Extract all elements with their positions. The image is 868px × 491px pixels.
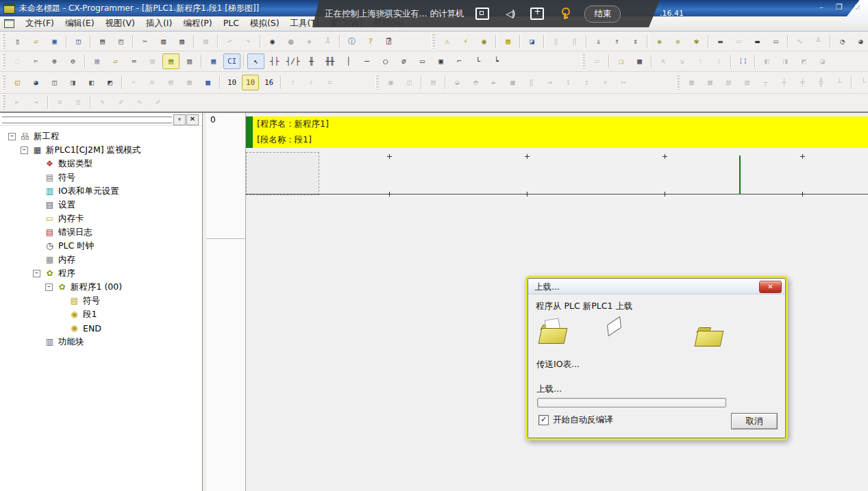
contact-no-button[interactable]: ┤├ [266, 53, 283, 69]
save-button[interactable]: ▣ [46, 34, 63, 49]
open-file-button[interactable]: ▱ [27, 34, 45, 49]
tree-expander-icon[interactable]: − [8, 133, 16, 140]
grid-button[interactable]: ▦ [88, 53, 106, 69]
monitor-sampling-button[interactable]: ❊ [669, 34, 686, 49]
auto-decompile-checkbox[interactable]: ✓ [538, 415, 549, 425]
tree-panel-dropdown-button[interactable]: ▾ [173, 114, 186, 125]
menu-program[interactable]: 编程(P) [177, 16, 217, 32]
tree-panel-close-button[interactable]: ✕ [186, 114, 199, 125]
toolbar-grip[interactable] [676, 75, 680, 90]
function-block-button[interactable]: ▭ [414, 53, 431, 69]
sim-scan-run-button[interactable]: ↦ [615, 75, 632, 90]
replace-button[interactable]: ◎ [282, 34, 299, 49]
auto-online-button[interactable]: ◪ [523, 34, 541, 49]
contact-or-no-button[interactable]: ╫ [303, 53, 320, 69]
sim-stop-button[interactable]: ■ [504, 75, 521, 90]
list-detail-view-button[interactable]: ≣ [70, 95, 87, 110]
edit-pen-3-button[interactable]: ✎ [131, 95, 148, 110]
delete-connector-button[interactable]: ┕ [488, 53, 505, 69]
tree-item-io-table[interactable]: ▥IO表和单元设置 [0, 184, 202, 198]
tree-item-end[interactable]: ◉END [0, 321, 202, 335]
coil-button[interactable]: ◯ [377, 53, 394, 69]
tree-item-data-types[interactable]: ❖数据类型 [0, 157, 202, 171]
sim-step-out-button[interactable]: ↥ [578, 75, 595, 90]
tree-item-memory[interactable]: ▦内存 [0, 253, 202, 266]
indent-decrease-button[interactable]: ⇤ [9, 95, 26, 110]
goto-next-button[interactable]: ⇧ [692, 53, 709, 69]
instruction-button[interactable]: ⌐ [451, 53, 468, 69]
menu-edit[interactable]: 编辑(E) [60, 16, 100, 32]
list-view-button[interactable]: ≡ [51, 95, 69, 110]
monitor-pause-button[interactable]: ✾ [688, 34, 705, 49]
zoom-reset-button[interactable]: ◌ [9, 53, 26, 69]
tree-item-plc-clock[interactable]: ◷PLC 时钟 [0, 239, 202, 253]
toolbar-grip[interactable] [582, 54, 585, 68]
binary-view-button[interactable]: ▩ [199, 75, 216, 90]
goto-rung-button[interactable]: ⇱ [655, 53, 672, 69]
window-bottom-button[interactable]: ◪ [814, 53, 831, 69]
coil-closed-button[interactable]: ∅ [395, 53, 412, 69]
tree-item-settings[interactable]: ▤设置 [0, 198, 202, 212]
vertical-line-button[interactable]: │ [340, 53, 357, 69]
download-symbol-button[interactable]: ⇑ [303, 75, 320, 90]
force-release-button[interactable]: ◕ [852, 34, 868, 49]
window-right-button[interactable]: ◨ [777, 53, 794, 69]
end-session-button[interactable]: 结束 [584, 5, 621, 23]
speaker-icon[interactable]: ◁) [501, 7, 519, 21]
find-next-button[interactable]: ◈ [301, 34, 318, 49]
layers-button[interactable]: ❏ [612, 53, 630, 69]
undo-button[interactable]: ↶ [221, 34, 238, 49]
run-mode-button[interactable]: ▭ [767, 34, 784, 49]
edit-pen-2-button[interactable]: ✐ [112, 95, 129, 110]
menu-view[interactable]: 视图(V) [100, 16, 140, 32]
fb-invoke-button[interactable]: ▣ [432, 53, 449, 69]
window-left-button[interactable]: ◧ [758, 53, 776, 69]
tree-item-function-block[interactable]: ▥功能块 [0, 335, 202, 349]
pause-monitor-button[interactable]: ‖ [547, 34, 565, 49]
menu-plc[interactable]: PLC [218, 16, 245, 32]
compare-with-plc-button[interactable]: ⇕ [627, 34, 644, 49]
cascade-windows-button[interactable]: ◱ [9, 75, 26, 90]
restore-button[interactable]: ❐ [833, 3, 845, 13]
zoom-in-button[interactable]: ⊕ [46, 53, 63, 69]
tree-expander-icon[interactable]: − [33, 270, 40, 277]
help-topics-button[interactable]: ? [362, 34, 379, 49]
monitor-mode-button[interactable]: ▬ [749, 34, 766, 49]
st-block-2-button[interactable]: ▦ [702, 75, 719, 90]
output-window-button[interactable]: ▥ [181, 53, 198, 69]
tree-item-section[interactable]: ◉段1 [0, 307, 202, 321]
insert-row-below-button[interactable]: ┼ [776, 75, 793, 90]
online-toggle-button[interactable]: ▦ [499, 34, 517, 49]
st-block-3-button[interactable]: ▥ [720, 75, 737, 90]
rung-comment-button[interactable]: ▱ [107, 53, 124, 69]
sma-table-button[interactable]: ▦ [205, 53, 222, 69]
indent-increase-button[interactable]: ⇥ [27, 95, 45, 110]
address-reference-tool-button[interactable]: ⁞⁞ [734, 53, 752, 69]
zoom-out-button[interactable]: ⊖ [64, 53, 82, 69]
fullscreen-icon[interactable] [473, 7, 491, 21]
insert-row-above-button[interactable]: ┬ [757, 75, 774, 90]
page-break-button[interactable]: ▭ [588, 53, 606, 69]
toolbar-grip[interactable] [2, 95, 5, 110]
upload-symbol-button[interactable]: ⇧ [284, 75, 301, 90]
delete-row-button[interactable]: ┴ [831, 75, 848, 90]
compile-all-button[interactable]: ⚡ [457, 34, 474, 49]
st-block-4-button[interactable]: ▥ [739, 75, 756, 90]
print-preview-button[interactable]: ◰ [112, 34, 129, 49]
new-file-button[interactable]: ▯ [9, 34, 26, 49]
signed-decimal-monitor-button[interactable]: 10 [242, 75, 259, 90]
verify-symbol-button[interactable]: ≍ [321, 75, 338, 90]
decimal-monitor-button[interactable]: 10 [223, 75, 240, 90]
select-mode-button[interactable]: ↖ [247, 53, 264, 69]
toolbar-grip[interactable] [432, 34, 435, 49]
cut-rung-button[interactable]: ✄ [125, 75, 142, 90]
contact-nc-button[interactable]: ┤/├ [284, 53, 301, 69]
local-window-button[interactable]: ◧ [83, 75, 100, 90]
tree-item-memory-card[interactable]: ▭内存卡 [0, 212, 202, 225]
sort-symbols-button[interactable]: Å [319, 34, 336, 49]
minimize-button[interactable]: – [815, 3, 828, 13]
menu-file[interactable]: 文件(F) [20, 16, 60, 32]
symbol-bar-button[interactable]: ▤ [162, 53, 179, 69]
copy-button[interactable]: ▥ [155, 34, 172, 49]
redo-button[interactable]: ↷ [240, 34, 257, 49]
